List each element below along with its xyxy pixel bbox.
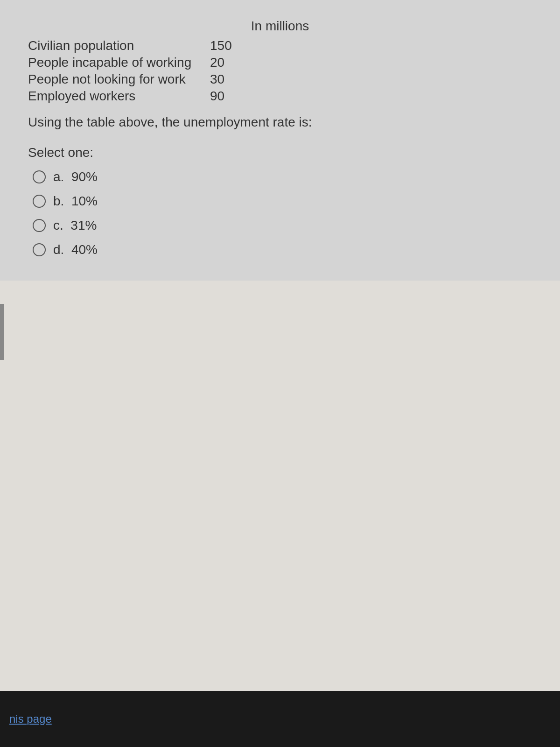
table-header: In millions xyxy=(28,19,532,34)
row-label-1: People incapable of working xyxy=(28,55,205,70)
option-d-text: d. 40% xyxy=(53,242,98,257)
page-link[interactable]: nis page xyxy=(9,712,52,726)
table-row: Employed workers 90 xyxy=(28,89,532,104)
answer-options: a. 90% b. 10% c. 31% d. 40% xyxy=(33,169,532,257)
option-b[interactable]: b. 10% xyxy=(33,194,532,209)
question-card: In millions Civilian population 150 Peop… xyxy=(0,0,560,281)
row-value-2: 30 xyxy=(210,72,224,87)
row-value-0: 150 xyxy=(210,38,232,53)
footer-bar: nis page xyxy=(0,691,560,747)
table-row: People not looking for work 30 xyxy=(28,72,532,87)
option-b-text: b. 10% xyxy=(53,194,98,209)
select-prompt: Select one: xyxy=(28,145,532,160)
question-text: Using the table above, the unemployment … xyxy=(28,113,532,131)
left-accent-bar xyxy=(0,304,4,360)
radio-d[interactable] xyxy=(33,243,46,256)
radio-b[interactable] xyxy=(33,195,46,208)
table-row: Civilian population 150 xyxy=(28,38,532,53)
row-value-3: 90 xyxy=(210,89,224,104)
option-a-text: a. 90% xyxy=(53,169,98,184)
option-a[interactable]: a. 90% xyxy=(33,169,532,184)
option-c-text: c. 31% xyxy=(53,218,97,233)
option-d[interactable]: d. 40% xyxy=(33,242,532,257)
row-label-0: Civilian population xyxy=(28,38,205,53)
lower-section: nis page xyxy=(0,281,560,747)
row-label-2: People not looking for work xyxy=(28,72,205,87)
data-table: Civilian population 150 People incapable… xyxy=(28,38,532,104)
radio-c[interactable] xyxy=(33,219,46,232)
option-c[interactable]: c. 31% xyxy=(33,218,532,233)
column-header-label: In millions xyxy=(251,19,309,34)
table-row: People incapable of working 20 xyxy=(28,55,532,70)
radio-a[interactable] xyxy=(33,170,46,183)
row-label-3: Employed workers xyxy=(28,89,205,104)
row-value-1: 20 xyxy=(210,55,224,70)
